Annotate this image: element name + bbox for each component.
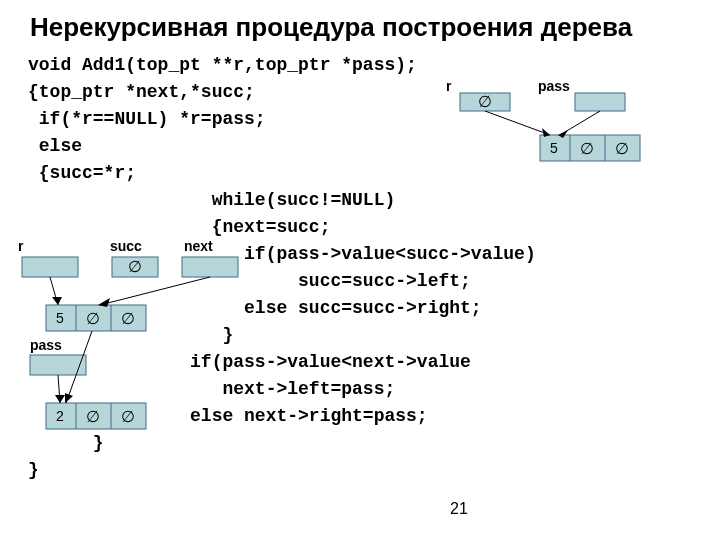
lbl-r2: r <box>18 238 24 254</box>
v5: 5 <box>56 310 64 326</box>
null-r: ∅ <box>478 93 492 110</box>
null-l: ∅ <box>580 140 594 157</box>
diagram-top: r ∅ pass 5 ∅ ∅ <box>430 75 710 185</box>
page-number: 21 <box>450 500 468 518</box>
val-5: 5 <box>550 140 558 156</box>
null-succ: ∅ <box>128 258 142 275</box>
lbl-r: r <box>446 78 452 94</box>
page-title: Нерекурсивная процедура построения дерев… <box>30 12 632 43</box>
null-rr: ∅ <box>615 140 629 157</box>
lbl-pass: pass <box>538 78 570 94</box>
lbl-next: next <box>184 238 213 254</box>
v2: 2 <box>56 408 64 424</box>
n2l: ∅ <box>86 408 100 425</box>
lbl-pass2: pass <box>30 337 62 353</box>
n2r: ∅ <box>121 408 135 425</box>
n5l: ∅ <box>86 310 100 327</box>
svg-rect-8 <box>22 257 78 277</box>
diagram-bottom: r succ next ∅ 5 ∅ ∅ pass 2 ∅ ∅ <box>10 235 260 465</box>
svg-rect-10 <box>182 257 238 277</box>
n5r: ∅ <box>121 310 135 327</box>
svg-rect-1 <box>575 93 625 111</box>
lbl-succ: succ <box>110 238 142 254</box>
svg-marker-22 <box>65 393 73 403</box>
svg-marker-20 <box>52 297 62 305</box>
svg-marker-23 <box>55 395 65 403</box>
